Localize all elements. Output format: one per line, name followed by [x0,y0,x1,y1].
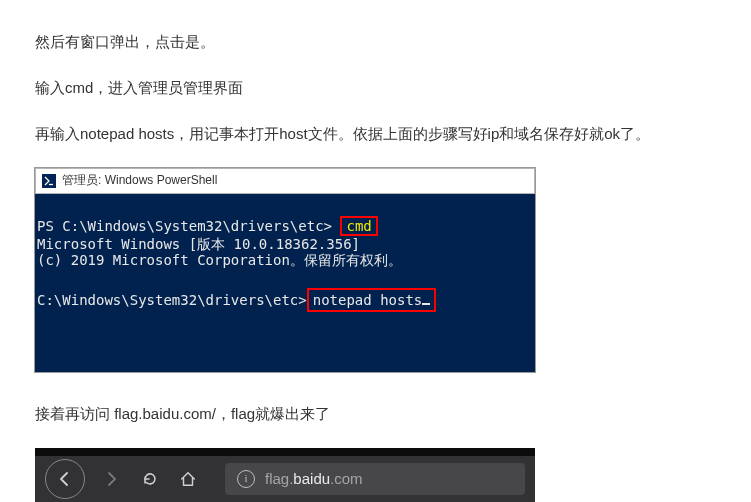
paragraph-1: 然后有窗口弹出，点击是。 [35,30,716,54]
paragraph-2: 输入cmd，进入管理员管理界面 [35,76,716,100]
powershell-icon [42,174,56,188]
powershell-window: 管理员: Windows PowerShell PS C:\Windows\Sy… [35,168,535,372]
highlight-cmd: cmd [340,216,377,236]
reload-button[interactable] [141,470,159,488]
site-info-icon[interactable]: i [237,470,255,488]
ps-cmd-2: notepad hosts [313,292,423,308]
forward-button[interactable] [103,470,121,488]
url-text: flag.baidu.com [265,467,363,491]
ps-line-2: Microsoft Windows [版本 10.0.18362.356] [37,236,360,252]
ps-prompt-1: PS C:\Windows\System32\drivers\etc> [37,218,332,234]
paragraph-4: 接着再访问 flag.baidu.com/，flag就爆出来了 [35,402,716,426]
ps-line-3: (c) 2019 Microsoft Corporation。保留所有权利。 [37,252,402,268]
ps-prompt-2: C:\Windows\System32\drivers\etc> [37,292,307,308]
browser-window: i flag.baidu.com [35,448,535,502]
url-suffix: .com [330,470,363,487]
back-button[interactable] [45,459,85,499]
powershell-titlebar[interactable]: 管理员: Windows PowerShell [35,168,535,194]
browser-toolbar: i flag.baidu.com [35,456,535,502]
powershell-title: 管理员: Windows PowerShell [62,171,217,190]
highlight-notepad: notepad hosts [307,288,437,312]
ps-cmd-1: cmd [346,218,371,234]
url-prefix: flag. [265,470,293,487]
cursor [422,303,430,305]
url-bar[interactable]: i flag.baidu.com [225,463,525,495]
url-domain: baidu [293,470,330,487]
powershell-body[interactable]: PS C:\Windows\System32\drivers\etc> cmd … [35,194,535,372]
paragraph-3: 再输入notepad hosts，用记事本打开host文件。依据上面的步骤写好i… [35,122,716,146]
browser-tabstrip [35,448,535,456]
home-button[interactable] [179,470,197,488]
